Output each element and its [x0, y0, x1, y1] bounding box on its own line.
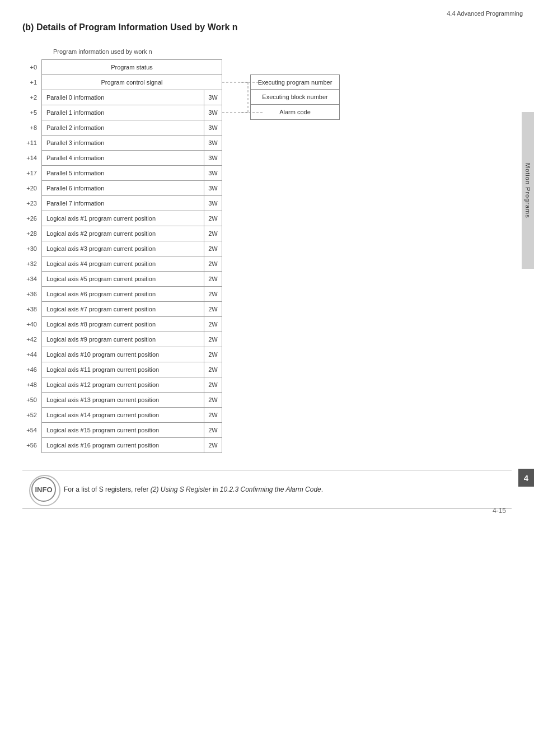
offset-label: +56	[22, 437, 39, 452]
row-label-cell: Parallel 4 information	[42, 151, 204, 166]
page-number-badge: 4	[518, 469, 534, 487]
row-label-cell: Logical axis #9 program current position	[42, 332, 204, 347]
table-row: Parallel 6 information3W	[42, 181, 222, 196]
offset-label: +28	[22, 226, 39, 241]
main-table: Program statusProgram control signalPara…	[41, 59, 222, 453]
row-size-cell: 3W	[204, 181, 222, 196]
row-size-cell: 2W	[204, 438, 222, 453]
table-row: Logical axis #15 program current positio…	[42, 423, 222, 438]
row-size-cell: 2W	[204, 211, 222, 226]
row-label-cell: Logical axis #4 program current position	[42, 256, 204, 272]
row-size-cell: 2W	[204, 302, 222, 317]
callout-executing-program: Executing program number	[250, 74, 340, 90]
row-label-cell: Logical axis #2 program current position	[42, 226, 204, 241]
diagram-caption: Program information used by work n	[53, 48, 512, 55]
row-label-cell: Logical axis #12 program current positio…	[42, 377, 204, 393]
offset-label: +36	[22, 286, 39, 301]
table-row: Logical axis #14 program current positio…	[42, 408, 222, 423]
table-row: Logical axis #12 program current positio…	[42, 377, 222, 393]
row-label-cell: Parallel 5 information	[42, 166, 204, 181]
page-title: (b) Details of Program Information Used …	[22, 22, 512, 32]
offset-label: +40	[22, 316, 39, 332]
table-row: Logical axis #8 program current position…	[42, 317, 222, 332]
offset-label: +46	[22, 362, 39, 377]
offset-label: +30	[22, 241, 39, 256]
row-label-cell: Logical axis #13 program current positio…	[42, 393, 204, 408]
offset-label: +48	[22, 377, 39, 392]
row-size-cell: 2W	[204, 226, 222, 241]
table-row: Logical axis #13 program current positio…	[42, 393, 222, 408]
table-row: Logical axis #6 program current position…	[42, 287, 222, 302]
offset-label: +5	[22, 105, 39, 120]
offset-label: +14	[22, 150, 39, 165]
row-label-cell: Logical axis #6 program current position	[42, 287, 204, 302]
table-row: Parallel 4 information3W	[42, 151, 222, 166]
offset-label: +52	[22, 407, 39, 422]
row-size-cell: 3W	[204, 105, 222, 120]
row-size-cell: 2W	[204, 332, 222, 347]
table-row: Parallel 0 information3W	[42, 90, 222, 105]
table-wrapper: +0+1+2+5+8+11+14+17+20+23+26+28+30+32+34…	[22, 59, 222, 453]
row-label-cell: Logical axis #3 program current position	[42, 241, 204, 256]
row-label-cell: Logical axis #15 program current positio…	[42, 423, 204, 438]
table-row: Program control signal	[42, 75, 222, 90]
table-row: Logical axis #10 program current positio…	[42, 347, 222, 362]
offset-label: +32	[22, 256, 39, 271]
sidebar-motion-programs: Motion Programs	[522, 112, 534, 269]
row-label-cell: Parallel 3 information	[42, 136, 204, 151]
row-size-cell: 2W	[204, 347, 222, 362]
row-size-cell: 3W	[204, 90, 222, 105]
callout-alarm-code: Alarm code	[250, 105, 340, 120]
offset-label: +44	[22, 347, 39, 362]
table-row: Logical axis #9 program current position…	[42, 332, 222, 347]
row-label-cell: Parallel 1 information	[42, 105, 204, 120]
row-label-cell: Logical axis #16 program current positio…	[42, 438, 204, 453]
table-row: Parallel 3 information3W	[42, 136, 222, 151]
row-label-cell: Logical axis #1 program current position	[42, 211, 204, 226]
row-size-cell: 2W	[204, 423, 222, 438]
row-label-cell: Logical axis #11 program current positio…	[42, 362, 204, 377]
row-label-cell: Logical axis #10 program current positio…	[42, 347, 204, 362]
offset-label: +23	[22, 195, 39, 211]
offset-label: +0	[22, 59, 39, 74]
row-size-cell: 2W	[204, 241, 222, 256]
row-label-cell: Parallel 0 information	[42, 90, 204, 105]
page-container: 4.4 Advanced Programming (b) Details of …	[0, 0, 534, 531]
offset-label: +17	[22, 165, 39, 180]
row-label-cell: Logical axis #8 program current position	[42, 317, 204, 332]
row-size-cell: 3W	[204, 136, 222, 151]
row-label-cell: Logical axis #7 program current position	[42, 302, 204, 317]
full-row-cell: Program control signal	[42, 75, 222, 90]
row-size-cell: 3W	[204, 196, 222, 211]
offset-label: +50	[22, 392, 39, 407]
row-size-cell: 3W	[204, 166, 222, 181]
table-row: Logical axis #7 program current position…	[42, 302, 222, 317]
row-size-cell: 3W	[204, 120, 222, 136]
offset-label: +38	[22, 301, 39, 316]
offset-label: +11	[22, 135, 39, 150]
table-row: Logical axis #5 program current position…	[42, 272, 222, 287]
diagram-area: +0+1+2+5+8+11+14+17+20+23+26+28+30+32+34…	[22, 59, 512, 453]
row-size-cell: 2W	[204, 287, 222, 302]
offset-label: +8	[22, 120, 39, 135]
callout-dashes	[222, 74, 250, 125]
table-row: Parallel 5 information3W	[42, 166, 222, 181]
row-label-cell: Parallel 6 information	[42, 181, 204, 196]
table-row: Parallel 2 information3W	[42, 120, 222, 136]
offset-label: +20	[22, 180, 39, 195]
row-size-cell: 2W	[204, 362, 222, 377]
table-row: Logical axis #3 program current position…	[42, 241, 222, 256]
offset-label: +42	[22, 332, 39, 347]
info-note: INFO For a list of S registers, refer (2…	[22, 470, 512, 509]
offset-label: +54	[22, 422, 39, 437]
full-row-cell: Program status	[42, 60, 222, 75]
info-icon: INFO	[31, 477, 56, 502]
row-size-cell: 3W	[204, 151, 222, 166]
table-row: Logical axis #4 program current position…	[42, 256, 222, 272]
offset-label: +1	[22, 74, 39, 90]
offsets-column: +0+1+2+5+8+11+14+17+20+23+26+28+30+32+34…	[22, 59, 39, 452]
row-label-cell: Parallel 7 information	[42, 196, 204, 211]
table-row: Parallel 1 information3W	[42, 105, 222, 120]
table-row: Logical axis #16 program current positio…	[42, 438, 222, 453]
callout-area: Executing program number Executing block…	[250, 74, 340, 120]
